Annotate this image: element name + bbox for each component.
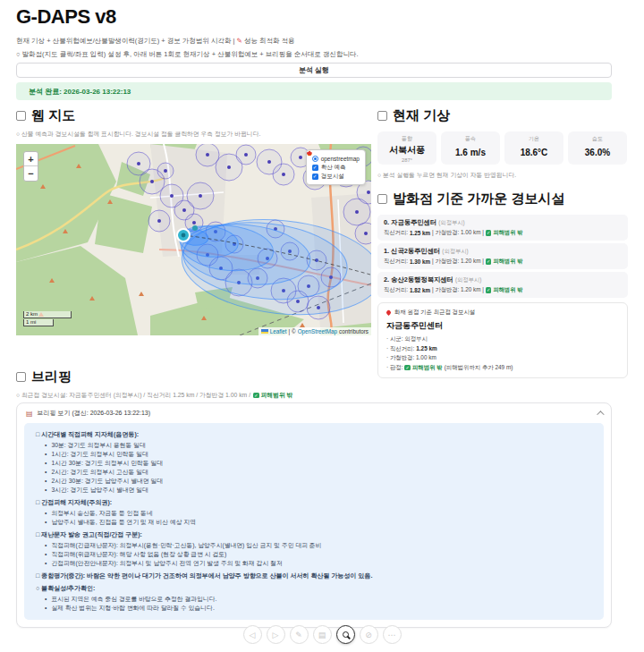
list-item: •2시간 30분: 경기도 남양주시 별내면 일대 [36, 477, 592, 486]
list-item: •30분: 경기도 의정부시 용현동 일대 [36, 441, 592, 450]
map-attribution: Leaflet | © OpenStreetMap contributors [258, 327, 371, 335]
humidity-card: 습도 36.0% [568, 131, 627, 165]
facility-name: 자금동주민센터 [386, 320, 619, 332]
layer-spread-prediction[interactable]: ✓ 확산 예측 [312, 163, 360, 172]
list-item: •3시간: 경기도 남양주시 별내면 일대 [36, 486, 592, 495]
map-zoom-control: + − [23, 151, 38, 182]
pencil-icon: ✎ [237, 37, 242, 45]
list-item: •1시간: 경기도 의정부시 민락동 일대 [36, 450, 592, 459]
map-scale: 2 km 1 mi [23, 311, 72, 326]
list-item: •직접피해(긴급재난문자): 의정부시(용현·민락·고산동), 남양주시(별내면… [36, 541, 592, 550]
list-item: •2시간: 경기도 의정부시 고산동 일대 [36, 468, 592, 477]
analysis-status: 분석 완료: 2026-03-26 13:22:13 [16, 82, 612, 100]
leaflet-link[interactable]: Leaflet [270, 328, 287, 334]
list-item: •남양주시 별내동, 진접읍 등 연기 및 재 비산 예상 지역 [36, 518, 592, 527]
wind-direction-card: 풍향 서북서풍 287° [377, 131, 436, 165]
g-daps-app: G-DAPS v8 현재 기상 + 산불위험예보/산불발생이력(경기도) + 경… [0, 0, 644, 652]
prev-button[interactable]: ◁ [243, 625, 262, 644]
page-title: G-DAPS v8 [16, 5, 116, 29]
temperature-card: 기온 18.6°C [504, 131, 564, 165]
magnifier-icon[interactable] [336, 625, 355, 644]
briefing-accordion: ▤ 브리핑 보기 (갱신: 2026-03-26 13:22:13) □ 시간대… [16, 402, 612, 628]
wind-speed-card: 풍속 1.6 m/s [441, 131, 500, 165]
section-box-icon [377, 111, 387, 121]
check-icon: ✓ [404, 365, 411, 371]
detail-header: 화재 원점 기준 최근접 경보시설 [386, 309, 619, 317]
chevron-up-icon[interactable] [597, 411, 604, 418]
briefing-content: □ 시간대별 직접피해 지자체(읍면동): •30분: 경기도 의정부시 용현동… [24, 423, 604, 620]
map-pin-icon [386, 309, 392, 316]
section-box-icon [16, 372, 26, 382]
layer-control: openstreetmap ✓ 확산 예측 ✓ 경보시설 [306, 149, 366, 185]
check-icon: ✓ [253, 393, 259, 399]
facility-row: 0. 자금동주민센터 (의정부시) 직선거리:1.25 km| 가청반경: 1.… [377, 215, 628, 241]
facility-row: 1. 신곡2동주민센터 (의정부시) 직선거리:1.30 km| 가청반경: 1… [377, 243, 628, 269]
footer-toolbar: ◁ ▷ ✎ ▤ ⊘ ⋯ [0, 625, 644, 644]
checkbox-checked-icon: ✓ [312, 165, 318, 171]
map-canvas[interactable]: + − openstreetmap ✓ 확산 예측 ✓ 경보시설 [16, 144, 371, 335]
list-item: •의정부시 송산동, 자금동 등 인접 동네 [36, 509, 592, 518]
briefing-caption: ○ 최근접 경보시설: 자금동주민센터 (의정부시) / 직선거리 1.25 k… [16, 391, 292, 400]
checkbox-checked-icon: ✓ [312, 174, 318, 180]
next-button[interactable]: ▷ [267, 625, 285, 644]
more-icon[interactable]: ⋯ [383, 625, 402, 644]
app-subtitle: 현재 기상 + 산불위험예보/산불발생이력(경기도) + 경보 가청범위 시각화… [16, 37, 295, 46]
briefing-section-title: 브리핑 [16, 368, 72, 385]
check-icon: ✓ [486, 230, 492, 236]
layer-basemap[interactable]: openstreetmap [312, 154, 360, 163]
zoom-in-button[interactable]: + [24, 152, 38, 166]
section-box-icon [377, 194, 387, 204]
edit-icon[interactable]: ✎ [290, 625, 309, 644]
list-item: •1시간 30분: 경기도 의정부시 민락동 일대 [36, 459, 592, 468]
nearest-facility-detail: 화재 원점 기준 최근접 경보시설 자금동주민센터 · 시군: 의정부시 · 직… [377, 302, 628, 378]
document-icon: ▤ [26, 410, 33, 418]
facility-list: 0. 자금동주민센터 (의정부시) 직선거리:1.25 km| 가청반경: 1.… [377, 215, 628, 298]
weather-cards: 풍향 서북서풍 287° 풍속 1.6 m/s 기온 18.6°C 습도 36.… [377, 131, 628, 165]
run-analysis-button[interactable]: 분석 실행 [16, 63, 612, 78]
map-caption: ○ 산불 예측과 경보시설을 함께 표시합니다. 경보시설 점을 클릭하면 우측… [16, 130, 371, 139]
facilities-section-title: 발화점 기준 가까운 경보시설 [377, 191, 628, 207]
osm-link[interactable]: OpenStreetMap [298, 328, 337, 334]
layer-alert-facilities[interactable]: ✓ 경보시설 [312, 172, 360, 181]
map-section-title: 웹 지도 [16, 107, 371, 124]
list-item: •직접피해(위급재난문자): 해당 사항 없음 (현장 상황 급변 시 검토) [36, 550, 592, 559]
briefing-accordion-header[interactable]: ▤ 브리핑 보기 (갱신: 2026-03-26 13:22:13) [17, 403, 611, 423]
ukraine-flag-icon [261, 329, 268, 334]
app-instruction: ○ 발화점(지도 클릭/좌표 입력) 설정 후, 아래 버튼 1회로 현재기상 … [16, 50, 358, 59]
weather-caption: ○ 분석 실행을 누르면 현재 기상이 자동 반영됩니다. [377, 171, 628, 180]
list-item: •실제 확산 범위는 지형·바람 변화에 따라 달라질 수 있습니다. [36, 604, 592, 613]
check-icon: ✓ [486, 258, 492, 265]
video-off-icon[interactable]: ⊘ [360, 625, 378, 644]
zoom-out-button[interactable]: − [24, 166, 38, 181]
facility-row: 2. 송산2동행정복지센터 (의정부시) 직선거리:1.82 km| 가청반경:… [377, 272, 628, 298]
weather-section-title: 현재 기상 [377, 107, 628, 124]
radio-checked-icon [312, 156, 318, 162]
check-icon: ✓ [486, 287, 492, 293]
megaphone-icon [307, 150, 312, 157]
list-item: •간접피해(안전안내문자): 의정부시 및 남양주시 전역 연기 발생 주의 및… [36, 559, 592, 568]
frames-icon[interactable]: ▤ [313, 625, 332, 644]
section-box-icon [16, 111, 26, 121]
list-item: •표시된 지역은 예측 중심 경로를 바탕으로 추정한 결과입니다. [36, 595, 592, 604]
